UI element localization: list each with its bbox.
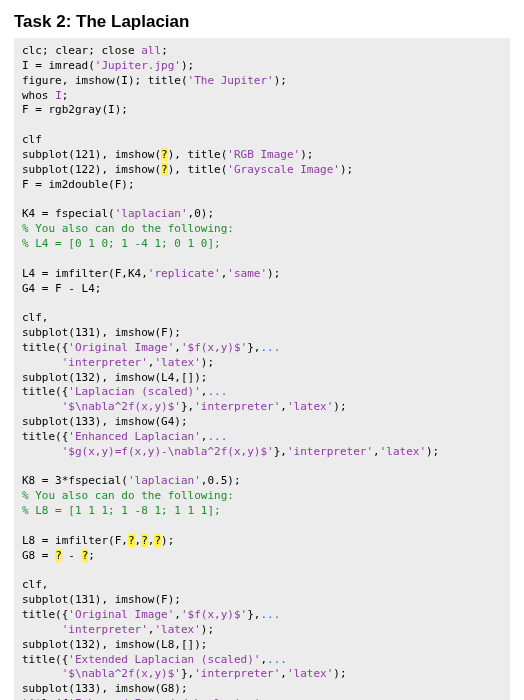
code-text: ... <box>267 653 287 666</box>
code-text <box>22 623 62 636</box>
code-string: 'replicate' <box>148 267 221 280</box>
code-text: ); <box>300 148 313 161</box>
code-text: ); <box>333 400 346 413</box>
code-string: 'interpreter' <box>62 623 148 636</box>
code-text: ; <box>62 89 69 102</box>
code-text <box>22 356 62 369</box>
code-text: ... <box>207 430 227 443</box>
code-text: G8 = <box>22 549 55 562</box>
code-string: '$g(x,y)=f(x,y)-\nabla^2f(x,y)$' <box>62 445 274 458</box>
code-text: , <box>174 608 181 621</box>
code-string: 'latex' <box>154 623 200 636</box>
code-text: ,0.5); <box>201 474 241 487</box>
code-string: 'Original Image' <box>68 608 174 621</box>
code-string: '$f(x,y)$' <box>181 608 247 621</box>
code-string: 'latex' <box>154 356 200 369</box>
code-text: F = im2double(F); <box>22 178 135 191</box>
code-text: title({ <box>22 653 68 666</box>
fill-blank: ? <box>128 534 135 547</box>
fill-blank: ? <box>141 534 148 547</box>
code-text: ... <box>260 608 280 621</box>
code-text: whos <box>22 89 55 102</box>
code-text: I = imread( <box>22 59 95 72</box>
code-text: K8 = 3*fspecial( <box>22 474 128 487</box>
code-text: ); <box>201 623 214 636</box>
code-text: I <box>55 89 62 102</box>
code-string: 'latex' <box>380 445 426 458</box>
code-text: }, <box>274 445 287 458</box>
code-string: 'interpreter' <box>62 356 148 369</box>
code-text: ; <box>161 44 168 57</box>
task-title: Task 2: The Laplacian <box>14 12 510 32</box>
code-text: ), title( <box>168 148 228 161</box>
code-text: title({ <box>22 341 68 354</box>
code-string: 'RGB Image' <box>227 148 300 161</box>
code-string: 'Laplacian (scaled)' <box>68 385 200 398</box>
code-string: 'Grayscale Image' <box>227 163 340 176</box>
code-text: subplot(121), imshow( <box>22 148 161 161</box>
code-text: L4 = imfilter(F,K4, <box>22 267 148 280</box>
code-text: subplot(122), imshow( <box>22 163 161 176</box>
code-string: 'interpreter' <box>194 400 280 413</box>
fill-blank: ? <box>161 148 168 161</box>
code-string: 'The Jupiter' <box>188 74 274 87</box>
code-text: ,0); <box>188 207 215 220</box>
code-text: }, <box>247 608 260 621</box>
code-text: K4 = fspecial( <box>22 207 115 220</box>
code-text: - <box>62 549 82 562</box>
code-string: '$\nabla^2f(x,y)$' <box>62 667 181 680</box>
code-text: ); <box>267 267 280 280</box>
code-text: clf, <box>22 578 49 591</box>
code-text: F = rgb2gray(I); <box>22 103 128 116</box>
code-text: subplot(131), imshow(F); <box>22 326 181 339</box>
code-text: clf <box>22 133 42 146</box>
code-text: , <box>280 400 287 413</box>
code-text <box>22 445 62 458</box>
code-string: 'Extended Laplacian (scaled)' <box>68 653 260 666</box>
code-text: ), title( <box>168 163 228 176</box>
code-comment: % You also can do the following: <box>22 222 234 235</box>
code-text: title({ <box>22 430 68 443</box>
code-string: 'interpreter' <box>287 445 373 458</box>
code-string: 'Jupiter.jpg' <box>95 59 181 72</box>
code-text: ); <box>340 163 353 176</box>
code-text: subplot(131), imshow(F); <box>22 593 181 606</box>
code-text: G4 = F - L4; <box>22 282 101 295</box>
code-comment: % You also can do the following: <box>22 489 234 502</box>
code-text: subplot(133), imshow(G4); <box>22 415 188 428</box>
code-string: '$\nabla^2f(x,y)$' <box>62 400 181 413</box>
code-string: 'latex' <box>287 400 333 413</box>
code-text: }, <box>247 341 260 354</box>
code-text: subplot(132), imshow(L4,[]); <box>22 371 207 384</box>
code-string: 'latex' <box>287 667 333 680</box>
code-text: all <box>141 44 161 57</box>
code-text: }, <box>181 667 194 680</box>
code-text: ); <box>161 534 174 547</box>
code-text: clf, <box>22 311 49 324</box>
code-string: 'Original Image' <box>68 341 174 354</box>
code-text <box>22 667 62 680</box>
code-text: , <box>174 341 181 354</box>
code-string: 'Enhanced Laplacian' <box>68 430 200 443</box>
code-string: 'same' <box>227 267 267 280</box>
code-block: clc; clear; close all; I = imread('Jupit… <box>14 38 510 700</box>
code-text: ; <box>88 44 101 57</box>
code-text: clear <box>55 44 88 57</box>
code-text: subplot(132), imshow(L8,[]); <box>22 638 207 651</box>
code-text: clc <box>22 44 42 57</box>
code-text: L8 = imfilter(F, <box>22 534 128 547</box>
code-text: ); <box>201 356 214 369</box>
code-string: 'interpreter' <box>194 667 280 680</box>
code-text: ; <box>88 549 95 562</box>
code-text: ... <box>207 385 227 398</box>
fill-blank: ? <box>55 549 62 562</box>
code-text: }, <box>181 400 194 413</box>
code-text: figure, imshow(I); title( <box>22 74 188 87</box>
code-text: ); <box>274 74 287 87</box>
code-text: subplot(133), imshow(G8); <box>22 682 188 695</box>
fill-blank: ? <box>161 163 168 176</box>
code-text: close <box>102 44 135 57</box>
code-text: ; <box>42 44 55 57</box>
code-string: 'laplacian' <box>115 207 188 220</box>
code-text: ... <box>260 341 280 354</box>
